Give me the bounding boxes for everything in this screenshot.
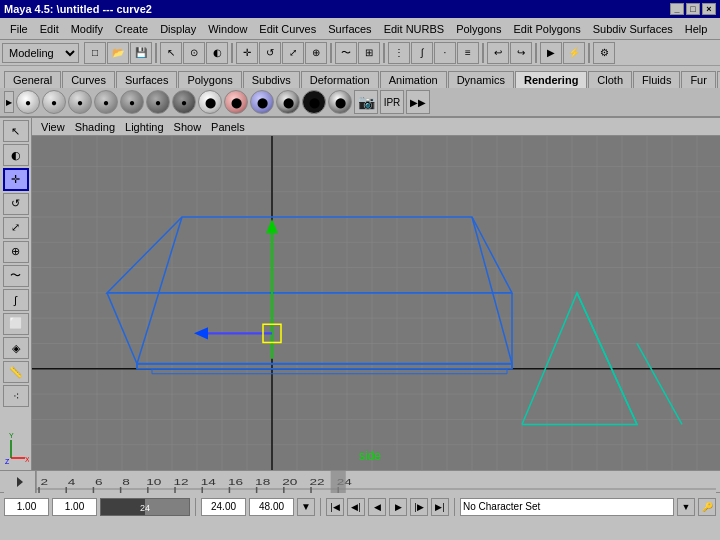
material3-icon[interactable]: ⬤ — [250, 90, 274, 114]
go-to-start-button[interactable]: |◀ — [326, 498, 344, 516]
save-button[interactable]: 💾 — [130, 42, 152, 64]
tab-cloth[interactable]: Cloth — [588, 71, 632, 88]
settings-button[interactable]: ⚙ — [593, 42, 615, 64]
menu-modify[interactable]: Modify — [65, 21, 109, 37]
select-button[interactable]: ↖ — [3, 120, 29, 142]
tab-deformation[interactable]: Deformation — [301, 71, 379, 88]
new-scene-button[interactable]: □ — [84, 42, 106, 64]
tab-animation[interactable]: Animation — [380, 71, 447, 88]
rotate-tool-button[interactable]: ↺ — [259, 42, 281, 64]
tab-general[interactable]: General — [4, 71, 61, 88]
measure-tool-button[interactable]: 📏 — [3, 361, 29, 383]
soft-select-button[interactable]: 〜 — [335, 42, 357, 64]
vp-menu-show[interactable]: Show — [169, 120, 207, 134]
maximize-button[interactable]: □ — [686, 3, 700, 15]
paint-button[interactable]: ◐ — [3, 144, 29, 166]
history-button[interactable]: ↩ — [487, 42, 509, 64]
area-light-icon[interactable]: ● — [120, 90, 144, 114]
menu-display[interactable]: Display — [154, 21, 202, 37]
start-frame-field[interactable]: 24.00 — [201, 498, 246, 516]
vp-menu-lighting[interactable]: Lighting — [120, 120, 169, 134]
material6-icon[interactable]: ⬤ — [328, 90, 352, 114]
play-back-button[interactable]: ◀ — [368, 498, 386, 516]
mode-selector[interactable]: Modeling Animation Dynamics Rendering — [2, 43, 79, 63]
tab-fluids[interactable]: Fluids — [633, 71, 680, 88]
key-icon[interactable]: 🔑 — [698, 498, 716, 516]
frame-dropdown-button[interactable]: ▼ — [297, 498, 315, 516]
menu-file[interactable]: File — [4, 21, 34, 37]
range-start-field[interactable]: 1.00 — [4, 498, 49, 516]
ipr-icon[interactable]: IPR — [380, 90, 404, 114]
char-set-field[interactable]: No Character Set — [460, 498, 674, 516]
curve-tool-button[interactable]: ∫ — [3, 289, 29, 311]
ipr-render-button[interactable]: ⚡ — [563, 42, 585, 64]
vp-menu-panels[interactable]: Panels — [206, 120, 250, 134]
scale-tool-button[interactable]: ⤢ — [282, 42, 304, 64]
soft-select-left-button[interactable]: 〜 — [3, 265, 29, 287]
rotate-button[interactable]: ↺ — [3, 193, 29, 215]
lasso-tool-button[interactable]: ⊙ — [183, 42, 205, 64]
tab-dynamics[interactable]: Dynamics — [448, 71, 514, 88]
play-forward-button[interactable]: ▶ — [389, 498, 407, 516]
minimize-button[interactable]: _ — [670, 3, 684, 15]
menu-subdiv-surfaces[interactable]: Subdiv Surfaces — [587, 21, 679, 37]
spot-light-icon[interactable]: ● — [94, 90, 118, 114]
next-frame-button[interactable]: |▶ — [410, 498, 428, 516]
paint-select-button[interactable]: ◐ — [206, 42, 228, 64]
vp-menu-shading[interactable]: Shading — [70, 120, 120, 134]
show-manip-button[interactable]: ⊞ — [358, 42, 380, 64]
menu-edit-nurbs[interactable]: Edit NURBS — [378, 21, 451, 37]
select-tool-button[interactable]: ↖ — [160, 42, 182, 64]
range-end-field[interactable]: 1.00 — [52, 498, 97, 516]
progress-bar[interactable]: 24 — [100, 498, 190, 516]
tab-surfaces[interactable]: Surfaces — [116, 71, 177, 88]
menu-edit[interactable]: Edit — [34, 21, 65, 37]
point-light-icon[interactable]: ● — [68, 90, 92, 114]
end-frame-field[interactable]: 48.00 — [249, 498, 294, 516]
material5-icon[interactable]: ⬤ — [302, 90, 326, 114]
viewport[interactable]: View Shading Lighting Show Panels — [32, 118, 720, 470]
redo-button[interactable]: ↪ — [510, 42, 532, 64]
show-manip-button-left[interactable]: ⊕ — [3, 241, 29, 263]
surface-tool-button[interactable]: ⬜ — [3, 313, 29, 335]
menu-surfaces[interactable]: Surfaces — [322, 21, 377, 37]
char-set-menu-button[interactable]: ▼ — [677, 498, 695, 516]
directional-light-icon[interactable]: ● — [42, 90, 66, 114]
move-tool-button[interactable]: ✛ — [236, 42, 258, 64]
menu-help[interactable]: Help — [679, 21, 714, 37]
deform-tool-button[interactable]: ◈ — [3, 337, 29, 359]
menu-edit-polygons[interactable]: Edit Polygons — [507, 21, 586, 37]
snap-point-button[interactable]: · — [434, 42, 456, 64]
tab-rendering[interactable]: Rendering — [515, 71, 587, 88]
tab-curves[interactable]: Curves — [62, 71, 115, 88]
tab-polygons[interactable]: Polygons — [178, 71, 241, 88]
batch-render-icon[interactable]: ▶▶ — [406, 90, 430, 114]
move-button[interactable]: ✛ — [3, 168, 29, 190]
menu-edit-curves[interactable]: Edit Curves — [253, 21, 322, 37]
render-button[interactable]: ▶ — [540, 42, 562, 64]
light-effects-icon[interactable]: ● — [172, 90, 196, 114]
volume-light-icon[interactable]: ● — [146, 90, 170, 114]
tab-subdivs[interactable]: Subdivs — [243, 71, 300, 88]
tab-fur[interactable]: Fur — [681, 71, 716, 88]
open-button[interactable]: 📂 — [107, 42, 129, 64]
menu-polygons[interactable]: Polygons — [450, 21, 507, 37]
prev-frame-button[interactable]: ◀| — [347, 498, 365, 516]
vp-menu-view[interactable]: View — [36, 120, 70, 134]
menu-window[interactable]: Window — [202, 21, 253, 37]
universal-tool-button[interactable]: ⊕ — [305, 42, 327, 64]
render-view-icon[interactable]: 📷 — [354, 90, 378, 114]
canvas[interactable]: side — [32, 136, 720, 470]
extra-tool-button[interactable]: ⁖ — [3, 385, 29, 407]
scale-button[interactable]: ⤢ — [3, 217, 29, 239]
shelf-marker[interactable]: ▶ — [4, 91, 14, 113]
close-button[interactable]: × — [702, 3, 716, 15]
material2-icon[interactable]: ⬤ — [224, 90, 248, 114]
ambient-light-icon[interactable]: ● — [16, 90, 40, 114]
material4-icon[interactable]: ⬤ — [276, 90, 300, 114]
go-to-end-button[interactable]: ▶| — [431, 498, 449, 516]
material1-icon[interactable]: ⬤ — [198, 90, 222, 114]
snap-surface-button[interactable]: ≡ — [457, 42, 479, 64]
snap-curve-button[interactable]: ∫ — [411, 42, 433, 64]
snap-grid-button[interactable]: ⋮ — [388, 42, 410, 64]
